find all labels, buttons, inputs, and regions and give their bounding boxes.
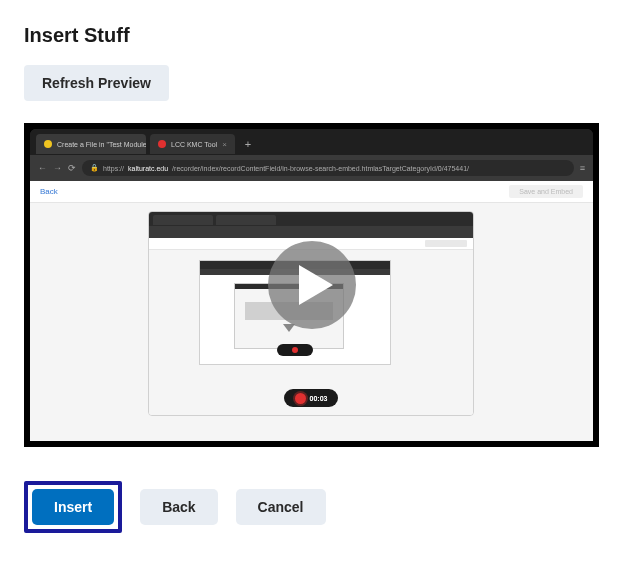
tab-favicon-icon (44, 140, 52, 148)
play-icon (299, 265, 333, 305)
refresh-preview-button[interactable]: Refresh Preview (24, 65, 169, 101)
nested-save-button (425, 240, 467, 247)
browser-tab: Create a File in "Test Module" × (36, 134, 146, 154)
new-tab-icon: + (239, 138, 257, 150)
back-button[interactable]: Back (140, 489, 217, 525)
record-time: 00:03 (310, 395, 328, 402)
preview-save-button: Save and Embed (509, 185, 583, 198)
tab-label: LCC KMC Tool (171, 141, 217, 148)
forward-arrow-icon: → (53, 163, 62, 173)
insert-highlight-box: Insert (24, 481, 122, 533)
record-dot-icon (295, 393, 306, 404)
url-host: kalturatc.edu (128, 165, 168, 172)
video-preview-container: Create a File in "Test Module" × LCC KMC… (24, 123, 599, 447)
tab-favicon-icon (158, 140, 166, 148)
tab-label: Create a File in "Test Module" (57, 141, 146, 148)
dialog-button-row: Insert Back Cancel (24, 481, 606, 533)
insert-button[interactable]: Insert (32, 489, 114, 525)
preview-inner-header: Back Save and Embed (30, 181, 593, 203)
nested-tab (216, 215, 276, 225)
browser-tab: LCC KMC Tool × (150, 134, 235, 154)
nested-tab-strip (149, 212, 473, 226)
preview-back-link: Back (40, 187, 58, 196)
record-indicator-small (277, 344, 313, 356)
nested-url-bar (149, 226, 473, 238)
record-indicator: 00:03 (284, 389, 338, 407)
reload-icon: ⟳ (68, 163, 76, 173)
url-path: /recorder/index/recordContentField/in-br… (172, 165, 469, 172)
url-prefix: https:// (103, 165, 124, 172)
dialog-title: Insert Stuff (24, 24, 606, 47)
close-icon: × (222, 140, 227, 149)
browser-tab-strip: Create a File in "Test Module" × LCC KMC… (30, 129, 593, 155)
browser-toolbar: ← → ⟳ 🔒 https:// kalturatc.edu /recorder… (30, 155, 593, 181)
play-button[interactable] (268, 241, 356, 329)
url-bar: 🔒 https:// kalturatc.edu /recorder/index… (82, 160, 574, 176)
back-arrow-icon: ← (38, 163, 47, 173)
nested-tab (153, 215, 213, 225)
record-dot-icon (292, 347, 298, 353)
lock-icon: 🔒 (90, 164, 99, 172)
menu-icon: ≡ (580, 163, 585, 173)
cancel-button[interactable]: Cancel (236, 489, 326, 525)
